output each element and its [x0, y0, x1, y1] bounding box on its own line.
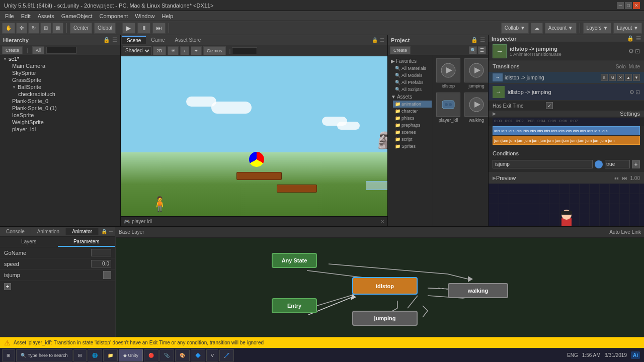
- close-button[interactable]: ✕: [633, 2, 640, 9]
- menu-icon[interactable]: ☰: [636, 35, 641, 42]
- rect-tool[interactable]: ⊠: [52, 23, 63, 34]
- tab-asset-store[interactable]: Asset Store: [170, 36, 206, 44]
- add-param-button[interactable]: +: [4, 283, 11, 290]
- tree-item-plank-0-1[interactable]: Plank-Sprite_0 (1): [0, 105, 120, 112]
- 2d-toggle[interactable]: 2D: [153, 46, 166, 55]
- tree-item-checkradiotuch[interactable]: checkradiotuch: [0, 90, 120, 98]
- search-icon-btn[interactable]: 🔍: [469, 46, 477, 54]
- project-create-button[interactable]: Create: [390, 46, 411, 54]
- hierarchy-icon-menu[interactable]: ☰: [112, 37, 117, 43]
- tree-item-ball-sprite[interactable]: ▼ BallSprite: [0, 83, 120, 90]
- fav-all-materials[interactable]: 🔍 All Materials: [393, 65, 432, 72]
- tab-animation[interactable]: Animation: [31, 228, 66, 235]
- tree-item-player-idl[interactable]: player_idl: [0, 126, 120, 133]
- asset-idlstop[interactable]: idlstop: [435, 57, 461, 89]
- app-button-4[interactable]: 📎: [159, 349, 174, 361]
- fav-all-scripts[interactable]: 🔍 All Scripts: [393, 86, 432, 93]
- hierarchy-all-button[interactable]: All: [32, 46, 44, 54]
- app-button-7[interactable]: 🖊️: [219, 349, 234, 361]
- param-isjump-toggle[interactable]: [103, 271, 111, 279]
- scene-search[interactable]: [232, 47, 257, 54]
- menu-icon[interactable]: ☰: [380, 37, 384, 43]
- trans-delete[interactable]: ✕: [617, 74, 624, 81]
- folder-sprites[interactable]: 📁 Sprites: [393, 143, 432, 150]
- folder-scenes[interactable]: 📁 scenes: [393, 129, 432, 136]
- close-icon[interactable]: ✕: [380, 219, 384, 224]
- tab-layers[interactable]: Layers: [0, 237, 58, 247]
- edge-button[interactable]: 🌐: [88, 349, 102, 361]
- transition-item[interactable]: → idlstop -> jumping S M ✕ ▲ ▼: [489, 72, 644, 83]
- favorites-folder[interactable]: ▶ Favorites: [389, 57, 432, 65]
- layout-button[interactable]: Layout ▼: [613, 23, 642, 34]
- tree-item-grass-sprite[interactable]: GrassSprite: [0, 76, 120, 83]
- global-toggle[interactable]: Global: [94, 23, 116, 34]
- start-button[interactable]: ⊞: [2, 349, 15, 361]
- condition-value-input[interactable]: [605, 160, 630, 168]
- tab-game[interactable]: Game: [146, 36, 170, 44]
- menu-gameobject[interactable]: GameObject: [58, 12, 96, 20]
- tree-item-plank-0[interactable]: Plank-Sprite_0: [0, 98, 120, 105]
- tab-animator[interactable]: Animator: [66, 228, 99, 235]
- preview-icon-1[interactable]: ⏮: [613, 175, 619, 181]
- audio-button[interactable]: ♪: [180, 46, 190, 55]
- tree-item-sc1[interactable]: ▼ sc1*: [0, 55, 120, 62]
- hand-tool[interactable]: ✋: [2, 23, 15, 34]
- tree-item-weight-sprite[interactable]: WeightSprite: [0, 119, 120, 126]
- asset-jumping[interactable]: jumping: [463, 57, 488, 89]
- explorer-button[interactable]: 📁: [103, 349, 118, 361]
- condition-name-input[interactable]: [493, 160, 593, 168]
- trans-solo[interactable]: S: [601, 74, 608, 81]
- search-button[interactable]: 🔍 Type here to search: [16, 349, 72, 361]
- add-condition-button[interactable]: +: [632, 160, 640, 168]
- scale-tool[interactable]: ⊞: [40, 23, 51, 34]
- fav-all-prefabs[interactable]: 🔍 All Prefabs: [393, 79, 432, 86]
- scene-view[interactable]: 🗿 🧍: [121, 56, 387, 216]
- transitions-section-header[interactable]: Transitions Solo Mute: [489, 61, 644, 72]
- asset-walking[interactable]: walking: [463, 92, 488, 124]
- folder-charcter[interactable]: 📁 charcter: [393, 108, 432, 115]
- unity-button[interactable]: ◆ Unity: [119, 349, 143, 361]
- settings-section-header[interactable]: ▶ Settings: [489, 111, 644, 117]
- maximize-button[interactable]: □: [625, 2, 632, 9]
- app-button-5[interactable]: 🎨: [175, 349, 190, 361]
- has-exit-time-checkbox[interactable]: ✓: [546, 102, 553, 109]
- folder-phiscs[interactable]: 📁 phiscs: [393, 115, 432, 122]
- lighting-button[interactable]: ☀: [168, 46, 179, 55]
- effects-button[interactable]: ✦: [191, 46, 202, 55]
- menu-file[interactable]: File: [2, 12, 17, 20]
- tree-item-main-camera[interactable]: Main Camera: [0, 62, 120, 69]
- app-button-vs[interactable]: V: [206, 349, 218, 361]
- task-view-button[interactable]: ⊟: [73, 349, 87, 361]
- gizmos-button[interactable]: Gizmos: [203, 46, 226, 55]
- collab-button[interactable]: Collab ▼: [501, 23, 529, 34]
- center-toggle[interactable]: Center: [70, 23, 92, 34]
- open-icon[interactable]: ⊡: [635, 48, 640, 55]
- menu-icon[interactable]: ☰: [480, 37, 485, 43]
- asset-player-idl[interactable]: player_idl: [435, 92, 461, 124]
- settings-icon-2[interactable]: ⚙: [629, 89, 634, 96]
- node-idlstop[interactable]: idlstop: [352, 277, 418, 295]
- tree-item-ice-sprite[interactable]: IceSprite: [0, 112, 120, 119]
- fav-all-models[interactable]: 🔍 All Models: [393, 72, 432, 79]
- menu-component[interactable]: Component: [96, 12, 131, 20]
- menu-assets[interactable]: Assets: [35, 12, 57, 20]
- preview-icon-2[interactable]: ⏭: [622, 175, 627, 181]
- menu-window[interactable]: Window: [132, 12, 157, 20]
- hierarchy-search[interactable]: [46, 47, 76, 54]
- trans-mute[interactable]: M: [609, 74, 616, 81]
- node-entry[interactable]: Entry: [272, 298, 317, 313]
- layers-button[interactable]: Layers ▼: [583, 23, 612, 34]
- settings-icon[interactable]: ⚙: [628, 48, 634, 55]
- node-jumping[interactable]: jumping: [352, 311, 418, 326]
- param-speed-input[interactable]: [91, 260, 111, 267]
- chrome-button[interactable]: 🔴: [144, 349, 158, 361]
- account-button[interactable]: Account ▼: [545, 23, 577, 34]
- app-button-6[interactable]: 🔷: [191, 349, 205, 361]
- folder-prephaps[interactable]: 📁 prephaps: [393, 122, 432, 129]
- folder-script[interactable]: 📁 script: [393, 136, 432, 143]
- trans-up[interactable]: ▲: [625, 74, 632, 81]
- step-button[interactable]: ⏭: [152, 23, 166, 34]
- rotate-tool[interactable]: ↻: [28, 23, 39, 34]
- hierarchy-create-button[interactable]: Create: [2, 46, 23, 54]
- open-icon-2[interactable]: ⊡: [635, 89, 640, 96]
